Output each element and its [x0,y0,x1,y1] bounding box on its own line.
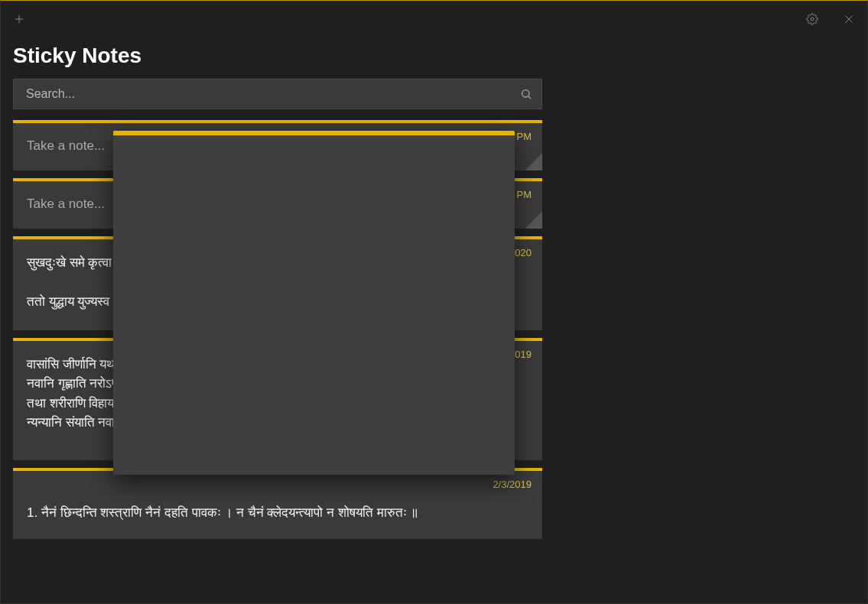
svg-line-6 [528,96,531,99]
settings-button[interactable] [794,1,831,37]
note-body: 1. नैनं छिन्दन्ति शस्त्राणि नैनं दहति पा… [27,503,528,523]
titlebar [1,1,867,37]
search-box[interactable] [13,79,542,109]
note-card[interactable]: 2/3/2019 1. नैनं छिन्दन्ति शस्त्राणि नैन… [13,468,542,540]
page-title: Sticky Notes [13,44,542,68]
fold-corner-icon [525,212,542,229]
note-timestamp: 2/3/2019 [493,479,532,490]
search-icon-wrap[interactable] [511,88,541,100]
add-note-button[interactable] [1,1,37,37]
svg-point-2 [811,18,814,21]
gear-icon [806,13,818,25]
search-icon [520,88,532,100]
close-button[interactable] [831,1,867,37]
app-window: Sticky Notes 3:55 PM Take a note... 3:54… [0,0,868,604]
search-input[interactable] [14,87,511,101]
add-icon [13,13,25,25]
close-icon [843,13,855,25]
fold-corner-icon [525,154,542,170]
sticky-note-popup[interactable] [113,131,515,475]
svg-point-5 [522,90,529,97]
